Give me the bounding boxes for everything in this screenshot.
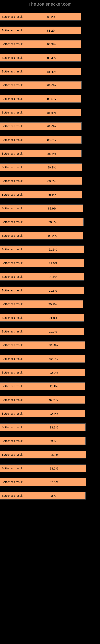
bar: Bottleneck result88.2% xyxy=(0,26,81,34)
bar: Bottleneck result92.8% xyxy=(0,410,85,418)
bar-track: Bottleneck result92.4% xyxy=(0,341,92,349)
bar-category-label: Bottleneck result xyxy=(2,439,23,442)
row-spacer xyxy=(0,213,92,218)
bar-track: Bottleneck result88.2% xyxy=(0,26,92,34)
bar-category-label: Bottleneck result xyxy=(2,152,23,155)
bar-value-label: 88.6% xyxy=(47,138,56,142)
bar-track: Bottleneck result89.9% xyxy=(0,204,92,212)
bar-track: Bottleneck result92.9% xyxy=(0,369,92,376)
bar-value-label: 88.5% xyxy=(47,97,56,100)
bar-value-label: 93.1% xyxy=(50,426,58,429)
bar-category-label: Bottleneck result xyxy=(2,220,23,224)
bar-track: Bottleneck result93.3% xyxy=(0,478,92,486)
footer-space xyxy=(0,500,100,504)
bar: Bottleneck result88.3% xyxy=(0,40,81,48)
bar-value-label: 88.2% xyxy=(47,29,56,32)
bar-value-label: 88.4% xyxy=(47,70,56,73)
bar-track: Bottleneck result93% xyxy=(0,492,92,500)
row-spacer xyxy=(0,76,92,81)
bar: Bottleneck result93.3% xyxy=(0,478,86,486)
bar: Bottleneck result93% xyxy=(0,437,86,445)
bar-category-label: Bottleneck result xyxy=(2,70,23,73)
row-spacer xyxy=(0,295,92,300)
bar-row: Bottleneck result93.2% xyxy=(0,446,92,458)
bar-track: Bottleneck result91.2% xyxy=(0,328,92,335)
bar-row: Bottleneck result88.5% xyxy=(0,90,92,103)
row-spacer xyxy=(0,350,92,355)
row-spacer xyxy=(0,131,92,136)
bar: Bottleneck result88.4% xyxy=(0,68,81,75)
bar-track: Bottleneck result88.5% xyxy=(0,109,92,116)
bar-category-label: Bottleneck result xyxy=(2,453,23,456)
row-spacer xyxy=(0,486,92,492)
bar-value-label: 92.7% xyxy=(50,384,58,388)
bar: Bottleneck result93.2% xyxy=(0,451,86,458)
bar: Bottleneck result88.8% xyxy=(0,150,82,158)
bar-row: Bottleneck result91.1% xyxy=(0,240,92,253)
bar-row: Bottleneck result93.3% xyxy=(0,473,92,486)
bar-category-label: Bottleneck result xyxy=(2,84,23,87)
bar-track: Bottleneck result89.1% xyxy=(0,164,92,171)
bar-row: Bottleneck result88.8% xyxy=(0,144,92,158)
bar-row: Bottleneck result93.2% xyxy=(0,459,92,472)
bar-category-label: Bottleneck result xyxy=(2,138,23,142)
bar-track: Bottleneck result90.2% xyxy=(0,232,92,240)
row-spacer xyxy=(0,322,92,328)
bar-row: Bottleneck result92.9% xyxy=(0,364,92,376)
bar-value-label: 92.4% xyxy=(49,344,58,347)
bar-track: Bottleneck result91.3% xyxy=(0,286,92,294)
bar-row: Bottleneck result88.6% xyxy=(0,131,92,144)
bar: Bottleneck result93% xyxy=(0,492,86,500)
bar-value-label: 93% xyxy=(50,439,56,443)
bar-chart: Bottleneck result88.2%Bottleneck result8… xyxy=(0,8,100,500)
bar-track: Bottleneck result88.2% xyxy=(0,13,92,20)
bar-track: Bottleneck result91.8% xyxy=(0,314,92,322)
bar-row: Bottleneck result91.3% xyxy=(0,281,92,294)
bar-track: Bottleneck result93% xyxy=(0,437,92,445)
bar-track: Bottleneck result88.4% xyxy=(0,54,92,62)
row-spacer xyxy=(0,49,92,54)
bar-value-label: 89.1% xyxy=(48,166,56,169)
bar: Bottleneck result89.9% xyxy=(0,204,83,212)
bar-category-label: Bottleneck result xyxy=(2,248,23,251)
bar-value-label: 88.3% xyxy=(47,42,56,46)
bar: Bottleneck result91.6% xyxy=(0,259,84,267)
bar-row: Bottleneck result91.8% xyxy=(0,309,92,322)
row-spacer xyxy=(0,364,92,369)
bar-row: Bottleneck result92.4% xyxy=(0,336,92,349)
bar-category-label: Bottleneck result xyxy=(2,42,23,46)
bar-row: Bottleneck result89.1% xyxy=(0,158,92,171)
bar: Bottleneck result92.5% xyxy=(0,355,85,363)
bar-category-label: Bottleneck result xyxy=(2,344,23,347)
bar: Bottleneck result92.9% xyxy=(0,369,85,376)
bar-category-label: Bottleneck result xyxy=(2,166,23,169)
bar-value-label: 93.2% xyxy=(50,453,58,456)
bar-value-label: 89.9% xyxy=(48,207,57,210)
bar-value-label: 91.1% xyxy=(49,248,57,251)
bar-row: Bottleneck result89.9% xyxy=(0,199,92,212)
bar: Bottleneck result91.1% xyxy=(0,246,84,253)
bar-value-label: 90.2% xyxy=(48,234,57,238)
bar-row: Bottleneck result88.5% xyxy=(0,104,92,116)
bar-row: Bottleneck result92.7% xyxy=(0,377,92,390)
bar-row: Bottleneck result92.8% xyxy=(0,404,92,418)
bar-row: Bottleneck result93% xyxy=(0,432,92,445)
bar-category-label: Bottleneck result xyxy=(2,357,23,360)
bar-row: Bottleneck result90.2% xyxy=(0,226,92,240)
bar-row: Bottleneck result88.3% xyxy=(0,35,92,48)
row-spacer xyxy=(0,226,92,232)
bar-value-label: 91.2% xyxy=(49,330,57,333)
bar-category-label: Bottleneck result xyxy=(2,316,23,320)
bar-value-label: 91.6% xyxy=(49,262,57,265)
bar: Bottleneck result88.6% xyxy=(0,136,82,144)
bar-category-label: Bottleneck result xyxy=(2,480,23,484)
bar-value-label: 92.8% xyxy=(50,412,58,416)
bar-row: Bottleneck result88.2% xyxy=(0,21,92,34)
bar-track: Bottleneck result93.2% xyxy=(0,451,92,458)
row-spacer xyxy=(0,90,92,95)
bar-value-label: 92.9% xyxy=(50,371,58,374)
bar-track: Bottleneck result89.1% xyxy=(0,191,92,198)
bar-value-label: 90.8% xyxy=(49,220,57,224)
row-spacer xyxy=(0,8,92,13)
bar-track: Bottleneck result90.8% xyxy=(0,218,92,226)
